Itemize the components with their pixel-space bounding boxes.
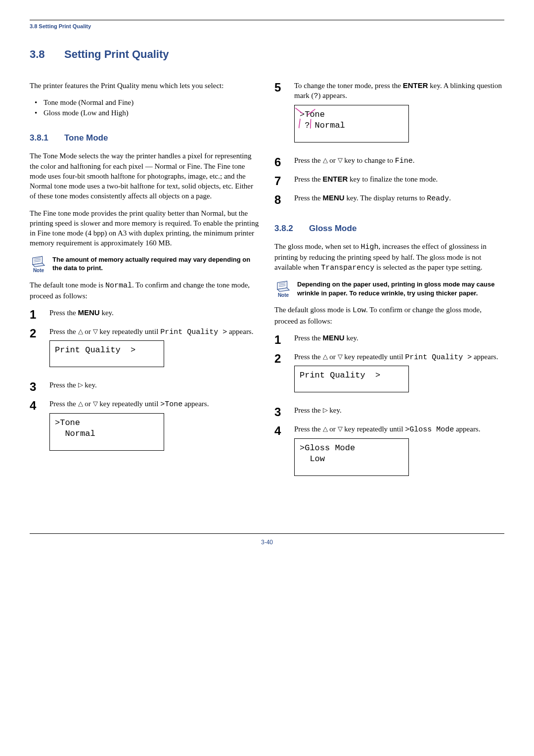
step-1: 1 Press the MENU key.: [274, 333, 504, 346]
up-triangle-icon: △: [78, 328, 83, 335]
note-label: Note: [30, 268, 47, 273]
step-4: 4 Press the △ or ▽ key repeatedly until …: [274, 424, 504, 482]
step-number: 2: [30, 327, 42, 374]
lcd-display: Print Quality >: [49, 340, 164, 367]
note-text: The amount of memory actually required m…: [52, 255, 260, 273]
lcd-display: >Tone Normal: [49, 413, 164, 451]
up-triangle-icon: △: [78, 400, 83, 407]
body-paragraph: The default gloss mode is Low. To confir…: [274, 305, 504, 326]
bullet-item: Gloss mode (Low and High): [30, 108, 260, 118]
step-3: 3 Press the ▷ key.: [30, 380, 260, 393]
subsection-number: 3.8.2: [274, 224, 309, 234]
step-number: 2: [274, 352, 286, 399]
note-icon: [31, 255, 46, 267]
down-triangle-icon: ▽: [338, 425, 343, 432]
step-8: 8 Press the MENU key. The display return…: [274, 193, 504, 206]
subsection-title: 3.8.2Gloss Mode: [274, 224, 504, 234]
up-triangle-icon: △: [323, 425, 328, 432]
subsection-text: Gloss Mode: [309, 224, 356, 233]
lcd-display: Print Quality >: [294, 366, 409, 392]
step-number: 6: [274, 155, 286, 168]
down-triangle-icon: ▽: [93, 328, 98, 335]
page-number: 3-40: [30, 539, 504, 546]
step-4: 4 Press the △ or ▽ key repeatedly until …: [30, 399, 260, 457]
subsection-number: 3.8.1: [30, 133, 64, 143]
step-number: 1: [30, 308, 42, 321]
breadcrumb: 3.8 Setting Print Quality: [30, 23, 504, 29]
note-block: Note The amount of memory actually requi…: [30, 255, 260, 273]
up-triangle-icon: △: [323, 156, 328, 164]
down-triangle-icon: ▽: [93, 400, 98, 407]
body-paragraph: The Tone Mode selects the way the printe…: [30, 151, 260, 201]
step-3: 3 Press the ▷ key.: [274, 405, 504, 418]
step-5: 5 To change the toner mode, press the EN…: [274, 81, 504, 149]
step-7: 7 Press the ENTER key to finalize the to…: [274, 174, 504, 187]
subsection-title: 3.8.1Tone Mode: [30, 133, 260, 143]
lcd-display: >Gloss Mode Low: [294, 438, 409, 476]
note-block: Note Depending on the paper used, printi…: [274, 280, 504, 298]
step-number: 3: [30, 380, 42, 393]
step-number: 1: [274, 333, 286, 346]
step-2: 2 Press the △ or ▽ key repeatedly until …: [274, 352, 504, 399]
step-1: 1 Press the MENU key.: [30, 308, 260, 321]
page-title: 3.8Setting Print Quality: [30, 48, 504, 61]
step-number: 8: [274, 193, 286, 206]
body-paragraph: The gloss mode, when set to High, increa…: [274, 241, 504, 274]
note-text: Depending on the paper used, printing in…: [297, 280, 504, 298]
up-triangle-icon: △: [323, 353, 328, 360]
step-number: 4: [30, 399, 42, 457]
section-number: 3.8: [30, 48, 64, 61]
intro-paragraph: The printer features the Print Quality m…: [30, 81, 260, 91]
right-triangle-icon: ▷: [323, 406, 328, 414]
down-triangle-icon: ▽: [338, 156, 343, 164]
right-triangle-icon: ▷: [78, 381, 83, 388]
step-number: 5: [274, 81, 286, 149]
section-text: Setting Print Quality: [64, 48, 169, 60]
body-paragraph: The default tone mode is Normal. To conf…: [30, 280, 260, 301]
body-paragraph: The Fine tone mode provides the print qu…: [30, 208, 260, 248]
bullet-item: Tone mode (Normal and Fine): [30, 97, 260, 108]
note-label: Note: [274, 292, 292, 298]
step-number: 7: [274, 174, 286, 187]
note-icon: [276, 280, 291, 292]
step-6: 6 Press the △ or ▽ key to change to Fine…: [274, 155, 504, 168]
step-2: 2 Press the △ or ▽ key repeatedly until …: [30, 327, 260, 374]
step-number: 3: [274, 405, 286, 418]
step-number: 4: [274, 424, 286, 482]
subsection-text: Tone Mode: [64, 133, 108, 142]
down-triangle-icon: ▽: [338, 353, 343, 360]
lcd-display-blinking: ╲╱╲╱>Tone ? Normal: [294, 105, 409, 142]
